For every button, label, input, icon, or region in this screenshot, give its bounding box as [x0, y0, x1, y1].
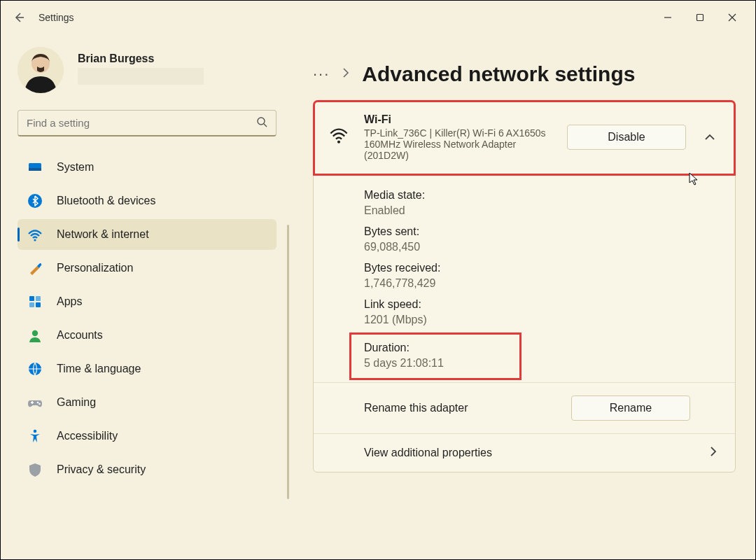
titlebar: Settings [1, 1, 755, 34]
apps-icon [27, 294, 43, 309]
sidebar-item-bluetooth[interactable]: Bluetooth & devices [18, 186, 276, 216]
chevron-right-icon [710, 447, 717, 459]
sidebar: Brian Burgess System Bluetooth & devices… [1, 34, 293, 560]
duration-value: 5 days 21:08:11 [364, 357, 444, 370]
sidebar-item-system[interactable]: System [18, 152, 276, 183]
svg-point-14 [37, 402, 39, 404]
svg-point-17 [337, 141, 340, 144]
sidebar-item-label: Personalization [57, 262, 133, 274]
sidebar-item-label: Gaming [57, 396, 96, 409]
disable-button[interactable]: Disable [567, 125, 686, 150]
sidebar-item-label: Accounts [57, 329, 103, 342]
svg-point-15 [38, 403, 41, 405]
gaming-icon [27, 395, 43, 410]
media-state-value: Enabled [364, 204, 718, 217]
titlebar-left: Settings [13, 12, 74, 23]
additional-properties-label: View additional properties [364, 447, 710, 459]
svg-point-12 [32, 330, 38, 336]
svg-point-16 [34, 430, 37, 433]
duration-label: Duration: [364, 342, 444, 354]
bytes-sent-value: 69,088,450 [364, 241, 718, 253]
chevron-right-icon [342, 68, 349, 80]
svg-rect-8 [29, 296, 34, 301]
maximize-button[interactable] [684, 6, 716, 29]
svg-rect-9 [36, 296, 41, 301]
search-field[interactable] [27, 117, 256, 129]
sidebar-item-apps[interactable]: Apps [18, 286, 276, 317]
avatar [18, 47, 64, 93]
breadcrumb: ··· Advanced network settings [313, 62, 736, 86]
sidebar-item-personalization[interactable]: Personalization [18, 253, 276, 284]
privacy-icon [27, 462, 43, 477]
nav: System Bluetooth & devices Network & int… [18, 152, 276, 485]
adapter-subtitle: TP-Link_736C | Killer(R) Wi-Fi 6 AX1650s… [364, 127, 552, 161]
sidebar-item-accounts[interactable]: Accounts [18, 320, 276, 351]
rename-row: Rename this adapter Rename [314, 382, 735, 433]
adapter-card: Wi-Fi TP-Link_736C | Killer(R) Wi-Fi 6 A… [313, 100, 736, 472]
search-input[interactable] [18, 110, 276, 136]
svg-rect-11 [36, 302, 41, 307]
svg-rect-10 [29, 302, 34, 307]
page-title: Advanced network settings [362, 62, 635, 86]
user-block: Brian Burgess [78, 52, 204, 88]
sidebar-item-accessibility[interactable]: Accessibility [18, 421, 276, 451]
sidebar-item-privacy[interactable]: Privacy & security [18, 454, 276, 485]
adapter-title: Wi-Fi [364, 113, 552, 126]
sidebar-item-time-language[interactable]: Time & language [18, 354, 276, 384]
accessibility-icon [27, 428, 43, 444]
bytes-received-label: Bytes received: [364, 262, 718, 274]
media-state-label: Media state: [364, 189, 718, 202]
breadcrumb-ellipsis[interactable]: ··· [313, 65, 330, 83]
sidebar-item-label: Bluetooth & devices [57, 195, 155, 207]
svg-point-3 [258, 118, 265, 125]
search-icon [256, 116, 267, 130]
content: ··· Advanced network settings Wi-Fi TP-L… [293, 34, 755, 560]
accounts-icon [27, 328, 43, 343]
adapter-stats: Media state: Enabled Bytes sent: 69,088,… [314, 175, 735, 382]
bytes-sent-label: Bytes sent: [364, 225, 718, 238]
svg-rect-5 [29, 168, 41, 171]
sidebar-item-gaming[interactable]: Gaming [18, 387, 276, 418]
rename-button[interactable]: Rename [571, 396, 690, 421]
link-speed-label: Link speed: [364, 298, 718, 311]
sidebar-item-label: System [57, 161, 94, 174]
bluetooth-icon [27, 193, 43, 209]
adapter-info: Wi-Fi TP-Link_736C | Killer(R) Wi-Fi 6 A… [364, 113, 552, 161]
network-icon [27, 227, 43, 242]
time-language-icon [27, 361, 43, 377]
sidebar-item-label: Privacy & security [57, 463, 146, 476]
window-title: Settings [38, 12, 74, 23]
profile[interactable]: Brian Burgess [18, 47, 286, 93]
close-button[interactable] [716, 6, 748, 29]
sidebar-item-label: Accessibility [57, 430, 118, 442]
minimize-button[interactable] [652, 6, 684, 29]
user-name: Brian Burgess [78, 52, 204, 65]
personalization-icon [27, 260, 43, 276]
bytes-received-value: 1,746,778,429 [364, 277, 718, 290]
svg-point-7 [34, 239, 36, 241]
system-icon [27, 160, 43, 175]
window-controls [652, 6, 748, 29]
link-speed-value: 1201 (Mbps) [364, 314, 718, 326]
chevron-up-icon[interactable] [701, 129, 718, 146]
sidebar-item-label: Apps [57, 295, 82, 308]
duration-highlight: Duration: 5 days 21:08:11 [351, 335, 519, 378]
sidebar-item-label: Time & language [57, 363, 141, 375]
additional-properties-row[interactable]: View additional properties [314, 433, 735, 472]
adapter-header[interactable]: Wi-Fi TP-Link_736C | Killer(R) Wi-Fi 6 A… [314, 101, 735, 175]
sidebar-item-network[interactable]: Network & internet [18, 219, 276, 250]
wifi-icon [329, 126, 349, 148]
sidebar-item-label: Network & internet [57, 228, 149, 241]
back-icon[interactable] [13, 12, 24, 23]
svg-rect-0 [697, 15, 704, 21]
user-email-redacted [78, 68, 204, 85]
rename-label: Rename this adapter [364, 402, 571, 414]
